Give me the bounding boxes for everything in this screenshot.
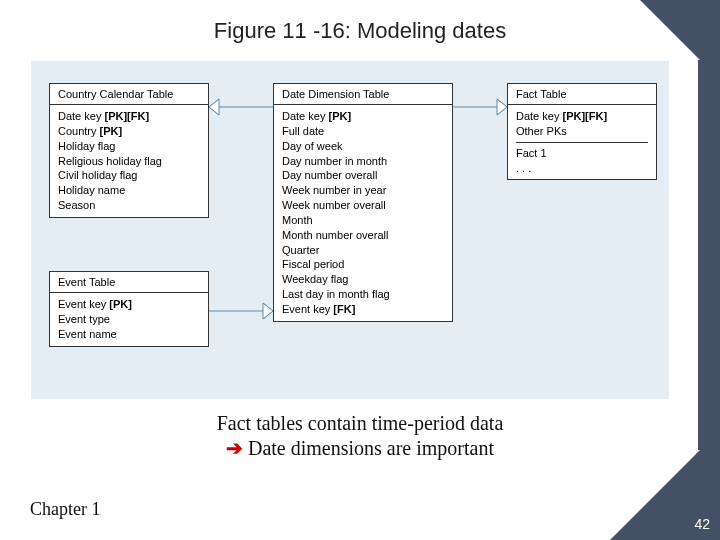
svg-marker-5: [263, 303, 273, 319]
table-row: Holiday name: [58, 183, 200, 198]
table-row: Weekday flag: [282, 272, 444, 287]
table-row: Other PKs: [516, 124, 648, 139]
divider: [516, 142, 648, 143]
table-row: Event type: [58, 312, 200, 327]
table-row: Holiday flag: [58, 139, 200, 154]
table-row: Day number in month: [282, 154, 444, 169]
table-row: Civil holiday flag: [58, 168, 200, 183]
table-header: Country Calendar Table: [50, 84, 208, 105]
table-row: Quarter: [282, 243, 444, 258]
slide: Figure 11 -16: Modeling dates Country Ca…: [0, 0, 720, 540]
caption-line-1: Fact tables contain time-period data: [0, 412, 720, 435]
table-row: Full date: [282, 124, 444, 139]
table-row: Date key [PK]: [282, 109, 444, 124]
table-row: Day number overall: [282, 168, 444, 183]
decoration-right-band: [698, 60, 720, 450]
fact-bottom-rows: Fact 1. . .: [516, 146, 648, 176]
table-row: Religious holiday flag: [58, 154, 200, 169]
table-body: Date key [PK]Full dateDay of weekDay num…: [274, 105, 452, 321]
table-row: Country [PK]: [58, 124, 200, 139]
svg-marker-1: [209, 99, 219, 115]
table-body: Event key [PK]Event typeEvent name: [50, 293, 208, 346]
table-event: Event Table Event key [PK]Event typeEven…: [49, 271, 209, 347]
table-row: Event name: [58, 327, 200, 342]
table-row: Fact 1: [516, 146, 648, 161]
table-fact: Fact Table Date key [PK][FK]Other PKs Fa…: [507, 83, 657, 180]
table-header: Date Dimension Table: [274, 84, 452, 105]
er-diagram: Country Calendar Table Date key [PK][FK]…: [30, 60, 670, 400]
table-row: Fiscal period: [282, 257, 444, 272]
table-header: Event Table: [50, 272, 208, 293]
chapter-label: Chapter 1: [30, 499, 100, 520]
table-row: . . .: [516, 161, 648, 176]
table-header: Fact Table: [508, 84, 656, 105]
svg-marker-3: [497, 99, 507, 115]
table-date-dimension: Date Dimension Table Date key [PK]Full d…: [273, 83, 453, 322]
table-country-calendar: Country Calendar Table Date key [PK][FK]…: [49, 83, 209, 218]
table-row: Day of week: [282, 139, 444, 154]
caption-line-2: ➔ Date dimensions are important: [0, 436, 720, 460]
table-row: Season: [58, 198, 200, 213]
table-row: Date key [PK][FK]: [516, 109, 648, 124]
table-row: Week number overall: [282, 198, 444, 213]
table-row: Month: [282, 213, 444, 228]
table-row: Date key [PK][FK]: [58, 109, 200, 124]
table-row: Month number overall: [282, 228, 444, 243]
table-row: Last day in month flag: [282, 287, 444, 302]
table-row: Event key [FK]: [282, 302, 444, 317]
table-row: Week number in year: [282, 183, 444, 198]
fact-top-rows: Date key [PK][FK]Other PKs: [516, 109, 648, 139]
arrow-icon: ➔: [226, 437, 243, 459]
caption-line-2-text: Date dimensions are important: [243, 437, 494, 459]
table-row: Event key [PK]: [58, 297, 200, 312]
table-body: Date key [PK][FK]Other PKs Fact 1. . .: [508, 105, 656, 179]
page-number: 42: [694, 516, 710, 532]
figure-title: Figure 11 -16: Modeling dates: [0, 18, 720, 44]
table-body: Date key [PK][FK]Country [PK]Holiday fla…: [50, 105, 208, 217]
